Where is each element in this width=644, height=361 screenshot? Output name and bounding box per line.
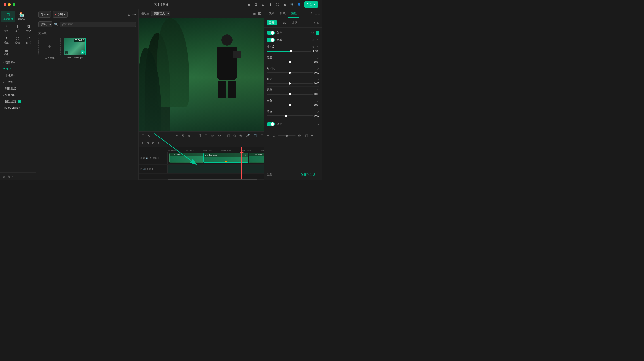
subtab-layout-icon[interactable]: ⊡ (317, 21, 319, 24)
shadow-diamond-btn[interactable]: ◇ (316, 88, 319, 92)
sidebar-item-local-assets[interactable]: ▸ 本地素材 (0, 72, 36, 79)
folder-select[interactable]: 默认 (38, 22, 52, 27)
light-reset-icon[interactable]: ↺ (311, 38, 314, 42)
color-subtab-hsl[interactable]: HSL (278, 20, 288, 25)
maximize-button[interactable] (12, 3, 15, 6)
highlight-diamond-btn[interactable]: ◇ (316, 78, 319, 81)
contrast-diamond-btn[interactable]: ◇ (316, 67, 319, 70)
tl-minus-btn[interactable]: ⊖ (272, 133, 276, 138)
highlight-track[interactable] (267, 83, 313, 84)
upload-icon[interactable]: ⬆ (268, 2, 272, 7)
tl-settings-btn[interactable]: ▾ (310, 133, 314, 138)
tl-mic-btn[interactable]: 🎤 (244, 133, 251, 138)
sidebar-item-project-assets[interactable]: ▸ 项目素材 (0, 59, 36, 66)
template-icon[interactable]: ⊡ (261, 2, 266, 7)
sidebar-item-cloud[interactable]: ▸ 云空间 (0, 79, 36, 86)
screen-icon[interactable]: ⊞ (247, 2, 251, 7)
tl-overlay-btn[interactable]: ⊞ (260, 133, 264, 138)
audio-track-vol-icon[interactable]: 🔊 (143, 168, 146, 170)
add-media-button[interactable]: + (38, 38, 61, 56)
tl-undo-btn[interactable]: ↩ (156, 133, 160, 138)
exposure-diamond-btn[interactable]: ◇ (316, 46, 319, 48)
tab-video[interactable]: 视频 (266, 9, 277, 18)
tab-collapse-icon[interactable]: ⊡ (318, 12, 320, 15)
tl-transition-btn[interactable]: ⇒ (266, 133, 270, 138)
nav-template[interactable]: ▤ 模板 (1, 46, 12, 58)
brightness-diamond-btn[interactable]: ◇ (316, 56, 319, 59)
tl-add-track-video-btn[interactable]: ⊡ (140, 141, 144, 146)
video-clip-1[interactable]: ▶ video-miao (170, 153, 203, 163)
tl-split-view-btn[interactable]: ⊞ (140, 133, 145, 138)
contrast-thumb[interactable] (289, 72, 291, 74)
search-input[interactable] (60, 22, 136, 27)
headphone-icon[interactable]: 🎧 (275, 2, 280, 7)
tl-audio-btn[interactable]: ♫ (186, 133, 191, 138)
minimize-button[interactable] (8, 3, 11, 6)
export-button[interactable]: 导出 ▾ (304, 1, 318, 8)
tl-more-btn[interactable]: >> (216, 133, 222, 138)
quality-select[interactable]: 完整画质 (151, 11, 170, 16)
color-reset-icon[interactable]: ↺ (311, 31, 314, 35)
reset-button[interactable]: 重置 (267, 173, 272, 176)
sidebar-item-adjust-layer[interactable]: ▸ 调整图层 (0, 86, 36, 92)
adjust-toggle-switch[interactable] (267, 122, 275, 126)
tl-music-btn[interactable]: 🎵 (252, 133, 258, 138)
filter-icon[interactable]: ⊟ (128, 13, 130, 16)
tl-text-btn[interactable]: T (198, 133, 202, 138)
shadow-track[interactable] (267, 94, 313, 94)
tl-compound-btn[interactable]: ⊡ (226, 133, 231, 138)
exposure-thumb[interactable] (290, 50, 292, 52)
nav-my-assets[interactable]: ⊡ 我的素材 (1, 11, 15, 22)
user-icon[interactable]: 👤 (297, 2, 301, 7)
color-diamond-btn[interactable] (316, 31, 319, 35)
timeline-scrollbar[interactable] (139, 179, 264, 180)
tl-frame-btn[interactable]: ⊡ (204, 133, 208, 138)
import-button[interactable]: 导入 ▾ (38, 11, 51, 18)
tl-zoom-thumb[interactable] (286, 135, 288, 137)
tl-add-track-overlay-btn[interactable]: ⊡ (151, 141, 155, 146)
video-clip-3[interactable]: ▶ video-miao (249, 153, 264, 163)
exposure-track[interactable] (267, 51, 311, 52)
tl-crop-btn[interactable]: ⊠ (180, 133, 185, 138)
color-subtab-curve[interactable]: 曲线 (290, 20, 300, 26)
adjust-expand-icon[interactable]: ▴ (318, 122, 319, 126)
color-toggle-switch[interactable] (267, 31, 275, 35)
timeline-scrollbar-thumb[interactable] (168, 179, 257, 180)
color-subtab-basic[interactable]: 基础 (267, 20, 276, 26)
remove-folder-icon[interactable]: ⊖ (8, 174, 10, 179)
light-diamond-btn[interactable]: ◇ (316, 38, 319, 42)
nav-library[interactable]: 🏪 素材库 (16, 11, 28, 22)
tl-add-track-audio-btn[interactable]: ⊡ (146, 141, 150, 146)
brightness-track[interactable] (267, 62, 313, 62)
tl-delete-btn[interactable]: 🗑 (168, 133, 173, 138)
shadow-thumb[interactable] (289, 93, 291, 95)
nav-filter[interactable]: ◎ 滤镜 (12, 34, 23, 46)
cart-icon[interactable]: 🛒 (290, 2, 294, 7)
black-track[interactable] (267, 116, 313, 116)
white-track[interactable] (267, 105, 313, 105)
tl-sticker-btn[interactable]: ☆ (210, 133, 215, 138)
grid-view-icon[interactable]: ⊞ (253, 12, 256, 15)
tab-color[interactable]: 颜色 (288, 9, 300, 18)
tab-expand-icon[interactable]: ⊡ (315, 12, 317, 15)
tl-redo-btn[interactable]: ↪ (162, 133, 166, 138)
nav-sticker[interactable]: ☺ 贴纸 (23, 34, 34, 46)
tab-arrow[interactable]: ▾ (309, 9, 314, 18)
video-track-copy-icon[interactable]: ⊡ (143, 157, 145, 160)
black-thumb[interactable] (285, 114, 287, 117)
monitor-icon[interactable]: 🖥 (254, 2, 258, 7)
tl-plus-btn[interactable]: ⊕ (297, 133, 302, 138)
add-folder-icon[interactable]: ⊕ (3, 174, 6, 179)
tl-add-track-text-btn[interactable]: ⊡ (156, 141, 160, 146)
black-diamond-btn[interactable]: ◇ (316, 110, 319, 113)
video-track-audio-icon[interactable]: 🔊 (146, 157, 148, 160)
media-thumb-0[interactable]: 00:00:27 ⊡ ✓ (64, 38, 86, 56)
tl-shield-btn[interactable]: ⊗ (238, 133, 243, 138)
tab-audio[interactable]: 音频 (277, 9, 288, 18)
video-clip-2[interactable]: ▶ video-miao ⊡ (204, 153, 248, 163)
nav-transition[interactable]: ⧉ 转场 (23, 22, 34, 34)
record-button[interactable]: ● 录制 ▾ (53, 11, 68, 18)
layout-icon[interactable]: ⊞ (282, 2, 287, 7)
sidebar-item-composite[interactable]: ▸ 复合片段 (0, 92, 36, 98)
sidebar-item-photos-library[interactable]: Photos Library (0, 105, 36, 111)
